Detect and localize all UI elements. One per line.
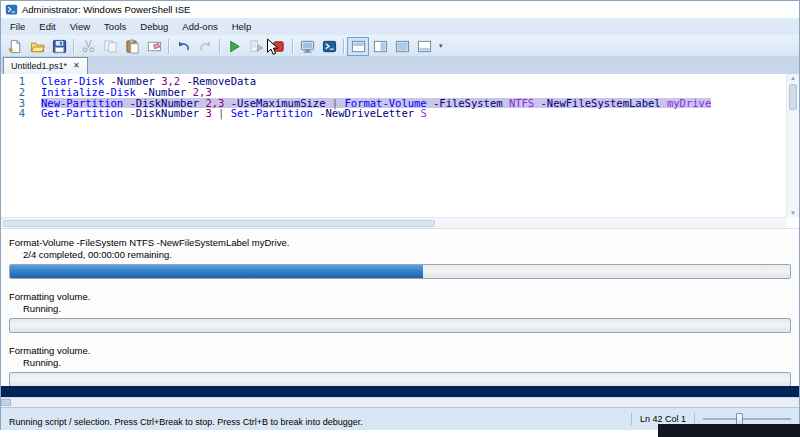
cut-button[interactable] — [77, 37, 99, 56]
toolbar-overflow-chevron-icon[interactable]: ▾ — [435, 42, 447, 50]
run-script-icon — [227, 39, 242, 54]
paste-button[interactable] — [121, 37, 143, 56]
toolbar-separator — [343, 39, 344, 54]
line-number: 2 — [1, 87, 25, 98]
progress-bar — [9, 318, 791, 333]
progress-status: 2/4 completed, 00:00:00 remaining. — [23, 249, 799, 261]
menu-item-edit[interactable]: Edit — [32, 19, 62, 34]
window-title: Administrator: Windows PowerShell ISE — [22, 4, 190, 15]
progress-status: Running. — [23, 303, 799, 315]
toolbar-separator — [292, 39, 293, 54]
redo-icon — [198, 39, 213, 54]
code-area[interactable]: 1Clear-Disk -Number 3,2 -RemoveData2Init… — [1, 76, 786, 217]
progress-bar — [9, 264, 791, 279]
tab-bar: Untitled1.ps1* ✕ — [1, 57, 799, 74]
vertical-scroll-thumb[interactable] — [789, 84, 797, 110]
menu-bar: FileEditViewToolsDebugAdd-onsHelp — [1, 18, 799, 36]
progress-main: Format-Volume -FileSystem NTFS -NewFileS… — [1, 237, 799, 279]
new-remote-powershell-tab-icon — [300, 39, 315, 54]
powershell-ise-window: Administrator: Windows PowerShell ISE Fi… — [0, 0, 800, 430]
cut-icon — [81, 39, 96, 54]
editor-horizontal-scrollbar[interactable] — [1, 217, 786, 228]
clear-console-pane-button[interactable] — [143, 37, 165, 56]
status-message: Running script / selection. Press Ctrl+B… — [9, 417, 363, 427]
script-editor-pane[interactable]: 1Clear-Disk -Number 3,2 -RemoveData2Init… — [1, 74, 799, 228]
save-script-button[interactable] — [48, 37, 70, 56]
script-pane-right-button[interactable] — [369, 37, 391, 56]
menu-item-tools[interactable]: Tools — [97, 19, 133, 34]
code-text: Get-Partition -DiskNumber 3 | Set-Partit… — [41, 108, 427, 119]
undo-icon — [176, 39, 191, 54]
status-separator — [631, 413, 632, 425]
scroll-up-icon[interactable]: ▲ — [787, 75, 799, 81]
start-powershell-button[interactable] — [318, 37, 340, 56]
progress-child-1: Formatting volume.Running. — [1, 291, 799, 333]
scroll-down-icon[interactable]: ▼ — [787, 210, 799, 216]
clear-console-pane-icon — [147, 39, 162, 54]
menu-item-debug[interactable]: Debug — [133, 19, 175, 34]
console-pane-collapsed[interactable] — [1, 386, 799, 397]
undo-button[interactable] — [172, 37, 194, 56]
toolbar-separator — [219, 39, 220, 54]
screen: Administrator: Windows PowerShell ISE Fi… — [0, 0, 800, 437]
menu-item-help[interactable]: Help — [225, 19, 259, 34]
script-pane-top-button[interactable] — [347, 37, 369, 56]
powershell-app-icon — [5, 3, 18, 16]
editor-vertical-scrollbar[interactable]: ▲ ▼ — [786, 74, 799, 217]
line-number: 4 — [1, 108, 25, 119]
lower-scroll-thumb[interactable] — [1, 399, 11, 406]
title-bar[interactable]: Administrator: Windows PowerShell ISE — [1, 1, 799, 18]
show-command-window-button[interactable] — [413, 37, 435, 56]
copy-icon — [103, 39, 118, 54]
script-pane-maximized-button[interactable] — [391, 37, 413, 56]
redo-button[interactable] — [194, 37, 216, 56]
taskbar-fragment — [658, 424, 800, 437]
script-pane-top-icon — [351, 39, 366, 54]
progress-activity: Formatting volume. — [9, 291, 799, 303]
run-script-button[interactable] — [223, 37, 245, 56]
new-script-icon — [8, 39, 23, 54]
menu-item-file[interactable]: File — [3, 19, 32, 34]
code-line-4[interactable]: 4Get-Partition -DiskNumber 3 | Set-Parti… — [1, 108, 786, 119]
start-powershell-icon — [322, 39, 337, 54]
save-script-icon — [52, 39, 67, 54]
show-command-window-icon — [417, 39, 432, 54]
new-remote-powershell-tab-button[interactable] — [296, 37, 318, 56]
progress-status: Running. — [23, 357, 799, 369]
close-tab-icon[interactable]: ✕ — [73, 62, 80, 70]
open-script-button[interactable] — [26, 37, 48, 56]
progress-child-2: Formatting volume.Running. — [1, 345, 799, 386]
copy-button[interactable] — [99, 37, 121, 56]
toolbar-separator — [73, 39, 74, 54]
zoom-slider-track — [703, 418, 791, 420]
lower-horizontal-scrollbar[interactable] — [1, 397, 799, 407]
progress-activity: Formatting volume. — [9, 345, 799, 357]
progress-pane: Format-Volume -FileSystem NTFS -NewFileS… — [1, 232, 799, 386]
paste-icon — [125, 39, 140, 54]
progress-activity: Format-Volume -FileSystem NTFS -NewFileS… — [9, 237, 799, 249]
script-pane-maximized-icon — [395, 39, 410, 54]
run-selection-icon — [249, 39, 264, 54]
horizontal-scroll-thumb[interactable] — [3, 220, 435, 227]
mouse-cursor-icon — [266, 38, 279, 56]
menu-item-view[interactable]: View — [63, 19, 97, 34]
toolbar: ▾ — [1, 36, 799, 57]
new-script-button[interactable] — [4, 37, 26, 56]
progress-bar-fill — [10, 265, 423, 278]
progress-bar — [9, 372, 791, 386]
run-selection-button[interactable] — [245, 37, 267, 56]
cursor-position: Ln 42 Col 1 — [640, 414, 686, 424]
toolbar-separator — [168, 39, 169, 54]
script-pane-right-icon — [373, 39, 388, 54]
open-script-icon — [30, 39, 45, 54]
menu-item-addons[interactable]: Add-ons — [175, 19, 224, 34]
tab-untitled1[interactable]: Untitled1.ps1* ✕ — [3, 57, 88, 74]
tab-label: Untitled1.ps1* — [11, 61, 67, 71]
